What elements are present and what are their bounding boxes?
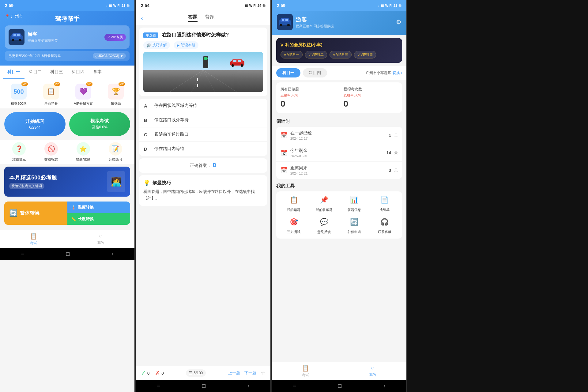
my-tool-feedback[interactable]: 💬 意见反馈 [311, 216, 337, 234]
start-practice-btn[interactable]: 开始练习 0/2344 [4, 112, 66, 136]
tab-subject-2[interactable]: 科目二 [24, 66, 46, 79]
svg-point-11 [241, 64, 243, 67]
option-c[interactable]: C 跟随前车通过路口 [139, 127, 267, 142]
vip-type-1[interactable]: V VIP科一 [281, 51, 303, 58]
temp-icon: 🌡️ [71, 205, 76, 210]
nav-exam-3[interactable]: 📋 考试 [272, 364, 339, 377]
user-subtitle-1: 登录后享受完整权益 [28, 38, 101, 43]
my-tool-icon-triforce: 🎯 [288, 216, 300, 228]
countdown-item-1: 📅 在一起已经 2024-12-17 1 天 [276, 127, 402, 144]
car-type-badge[interactable]: 小车(C1/C2/C3) ▼ [93, 53, 126, 59]
nav-mine-3[interactable]: ○ 我的 [339, 364, 407, 377]
tab-subject-3[interactable]: 科目三 [46, 66, 67, 79]
length-icon: 📏 [71, 217, 76, 221]
back-btn-3[interactable]: ‹ [383, 383, 385, 389]
p3-user-row: 游客 提高正确率,同步答题数据 ⚙ [277, 14, 401, 30]
cd-info-3: 距离周末 2024-12-21 [290, 165, 386, 175]
traffic-light-pole [203, 56, 208, 68]
tool-signs[interactable]: 🚫 交通标志 [36, 142, 66, 162]
menu-btn-2[interactable]: ≡ [157, 383, 160, 389]
x-icon: ✗ [155, 369, 160, 377]
option-c-text: 跟随前车通过路口 [154, 132, 262, 137]
back-btn-1[interactable]: ‹ [111, 251, 113, 257]
switch-btn[interactable]: 切换 › [393, 70, 402, 76]
my-tool-support[interactable]: 🎧 联系客服 [371, 216, 398, 234]
nav-mine-1[interactable]: ○ 我的 [67, 232, 135, 245]
star-icon[interactable]: ☆ [261, 370, 266, 376]
scroll-icon: 📋 [47, 88, 55, 96]
nav-mine-icon: ○ [99, 232, 103, 239]
feature-500[interactable]: 500 VIP 精选500题 [4, 84, 33, 106]
vip-type-4[interactable]: V VIP科四 [354, 51, 376, 58]
back-button-2[interactable]: ‹ [141, 14, 143, 21]
tab-memorize[interactable]: 背题 [205, 14, 215, 22]
red-car [230, 58, 245, 67]
dropdown-icon: ▼ [120, 54, 123, 58]
option-d[interactable]: D 停在路口内等待 [139, 142, 267, 156]
tool-errors[interactable]: ⭐ 错题/收藏 [69, 142, 98, 162]
my-tool-triforce[interactable]: 🎯 三力测试 [281, 216, 307, 234]
tab-subject-4[interactable]: 科目四 [67, 66, 89, 79]
subject-other-btn[interactable]: 科目四 [303, 68, 327, 77]
tips-label: 技巧讲解 [152, 43, 167, 48]
nav-exam-icon: 📋 [30, 232, 37, 240]
svg-point-10 [232, 64, 234, 67]
vip-type-label-3: VIP科三 [336, 52, 349, 57]
feature-icon-vip: 💜 VIP [75, 84, 91, 100]
svg-point-18 [280, 24, 282, 26]
tips-btn[interactable]: 🔊 技巧讲解 [143, 41, 170, 49]
length-converter[interactable]: 📏 长度转换 [67, 213, 130, 225]
my-tool-favorites[interactable]: 📌 我的收藏题 [311, 194, 337, 212]
tab-subject-1[interactable]: 科目一 [3, 66, 24, 79]
home-btn-2[interactable]: □ [202, 383, 205, 389]
home-btn-3[interactable]: □ [338, 383, 341, 389]
tool-hard[interactable]: ❓ 难题攻克 [4, 142, 34, 162]
promo-banner[interactable]: 本月精选500必考题 快速记忆考点关键词 🧑‍💻 [4, 167, 130, 197]
nav-exam-1[interactable]: 📋 考试 [0, 232, 67, 245]
vip-type-2[interactable]: V VIP科二 [305, 51, 327, 58]
tab-answer[interactable]: 答题 [188, 14, 198, 22]
tool-icon-signs: 🚫 [44, 142, 58, 156]
phone-1: 2:59 ↓ ▦ WiFi 21% 📍 广州市 驾考帮手 [0, 0, 135, 392]
my-tool-answer-info[interactable]: 📊 答题信息 [341, 194, 368, 212]
vip-badge-1[interactable]: V VIP专属 [104, 34, 126, 41]
car-type-text: 小车(C1/C2/C3) [95, 54, 119, 58]
question-image [143, 52, 263, 92]
my-tool-errors[interactable]: 📋 我的错题 [281, 194, 307, 212]
header-1: 📍 广州市 驾考帮手 游客 登录后享受完整权益 [0, 11, 134, 66]
tool-category[interactable]: 📝 分类练习 [100, 142, 130, 162]
prev-btn[interactable]: 上一题 [228, 370, 240, 376]
mock-exam-label: 模拟考试 [74, 118, 126, 124]
next-btn[interactable]: 下一题 [244, 370, 256, 376]
cd-label-3: 距离周末 [290, 165, 386, 171]
phone-3: 2:59 ↓ ▦ WiFi 21% [272, 0, 407, 392]
vip-tag-selected: VIP [119, 82, 125, 86]
back-btn-2[interactable]: ‹ [247, 383, 249, 389]
gear-icon-3[interactable]: ⚙ [396, 18, 401, 26]
feature-scroll[interactable]: 📋 VIP 考前秘卷 [37, 84, 66, 106]
signal-icon-3: ▦ [381, 4, 384, 8]
my-tool-compensation[interactable]: 🔄 补偿申请 [341, 216, 368, 234]
cd-days-3: 3 [389, 168, 391, 173]
option-a[interactable]: A 停在网状线区域内等待 [139, 99, 267, 113]
cd-icon-2: 📅 [281, 149, 287, 156]
feature-selected[interactable]: 🏆 VIP 臻选题 [101, 84, 130, 106]
temp-converter[interactable]: 🌡️ 温度转换 [67, 202, 130, 213]
traditional-converter[interactable]: 🔄 繁体转换 [4, 202, 67, 225]
subject-active-btn[interactable]: 科目一 [276, 68, 300, 77]
menu-btn-3[interactable]: ≡ [293, 383, 296, 389]
read-btn[interactable]: ▶ 朗读本题 [174, 41, 198, 49]
mock-exam-btn[interactable]: 模拟考试 及格0.0% [69, 112, 130, 136]
menu-btn-1[interactable]: ≡ [21, 251, 24, 257]
cd-info-1: 在一起已经 2024-12-17 [290, 130, 386, 140]
vip-type-3[interactable]: V VIP科三 [330, 51, 352, 58]
home-btn-1[interactable]: □ [66, 251, 70, 257]
download-icon: ↓ [106, 4, 108, 7]
option-b[interactable]: B 停在路口以外等待 [139, 113, 267, 127]
cd-info-2: 今年剩余 2025-01-01 [290, 148, 383, 158]
progress-badge: ☰ 5/100 [186, 369, 206, 377]
my-tool-scorecard[interactable]: 📄 成绩单 [371, 194, 398, 212]
user-avatar-1 [9, 29, 24, 45]
feature-vip-plan[interactable]: 💜 VIP VIP专属方案 [69, 84, 98, 106]
tab-exam[interactable]: 拿本 [89, 66, 106, 79]
